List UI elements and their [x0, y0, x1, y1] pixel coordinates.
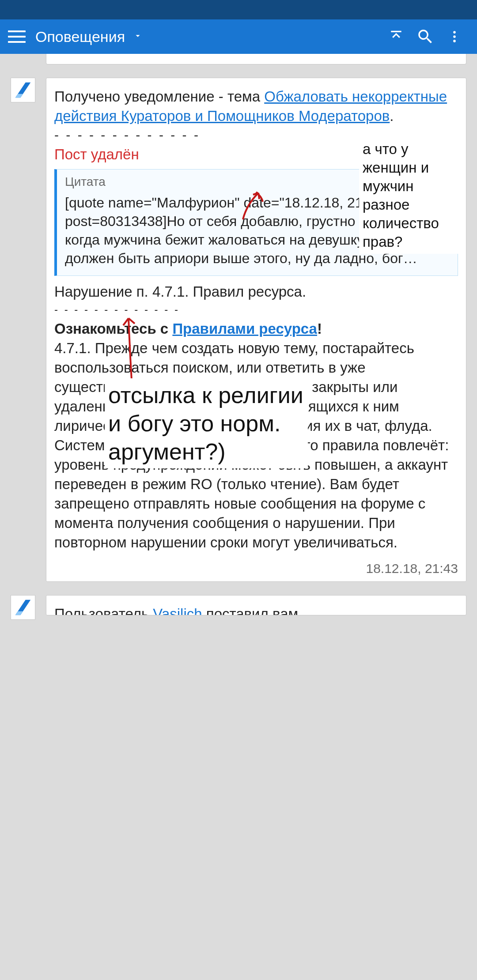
annotation-arrow-2: [121, 314, 143, 384]
next-card: Пользователь Vasilich поставил вам: [46, 595, 466, 615]
svg-point-2: [453, 40, 456, 42]
next-notification-row: Пользователь Vasilich поставил вам: [11, 595, 466, 620]
previous-card-edge: [46, 54, 466, 64]
rules-line: Ознакомьтесь с Правилами ресурса!: [54, 319, 458, 339]
notification-prefix: Получено уведомление - тема: [54, 88, 264, 105]
more-icon[interactable]: [440, 22, 469, 51]
next-text: Пользователь Vasilich поставил вам: [54, 604, 458, 615]
timestamp: 18.12.18, 21:43: [54, 561, 458, 576]
separator-dashes-2: - - - - - - - - - - - - -: [54, 303, 458, 316]
upload-icon[interactable]: [382, 22, 411, 51]
avatar[interactable]: [11, 595, 35, 620]
next-suffix: поставил вам: [206, 606, 298, 615]
status-bar: [0, 0, 477, 19]
annotation-arrow-1: [236, 188, 267, 224]
next-user-link[interactable]: Vasilich: [153, 606, 202, 615]
menu-icon[interactable]: [8, 27, 27, 46]
rules-link[interactable]: Правилами ресурса: [172, 320, 317, 337]
svg-point-0: [453, 31, 456, 34]
dot: .: [390, 108, 394, 124]
notification-text: Получено уведомление - тема Обжаловать н…: [54, 87, 458, 126]
notification-card: Получено уведомление - тема Обжаловать н…: [46, 78, 466, 582]
dropdown-icon[interactable]: [133, 31, 143, 43]
app-bar: Оповещения: [0, 19, 477, 54]
search-icon[interactable]: [411, 22, 440, 51]
next-prefix: Пользователь: [54, 606, 153, 615]
violation-line: Нарушение п. 4.7.1. Правил ресурса.: [54, 282, 458, 302]
avatar[interactable]: [11, 78, 35, 102]
annotation-text-2: отсылка к религии и богу это норм. аргум…: [105, 378, 308, 468]
annotation-text-1: а что у женщин и мужчин разное количеств…: [359, 137, 461, 254]
familiarize-prefix: Ознакомьтесь с: [54, 320, 172, 337]
page-title[interactable]: Оповещения: [35, 28, 125, 45]
notification-row: Получено уведомление - тема Обжаловать н…: [11, 78, 466, 582]
excl: !: [317, 320, 322, 337]
svg-point-1: [453, 35, 456, 38]
